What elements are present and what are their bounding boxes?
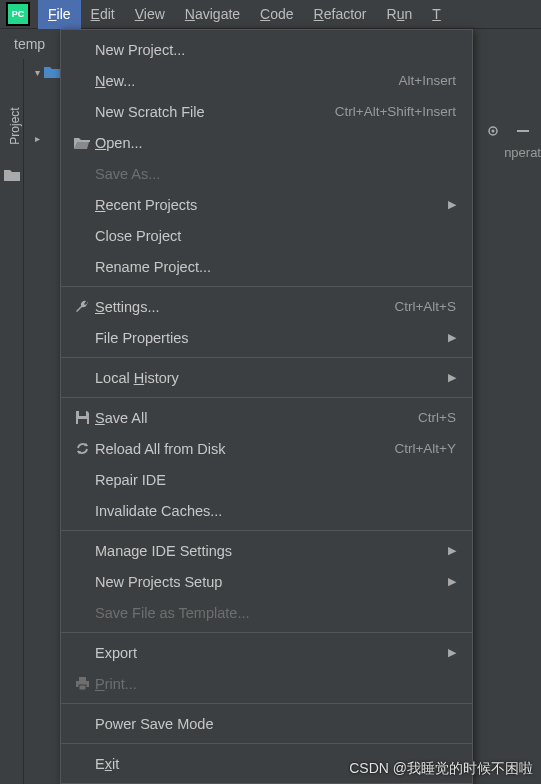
menu-item-export[interactable]: Export▶	[61, 637, 472, 668]
menu-item-repair-ide[interactable]: Repair IDE	[61, 464, 472, 495]
menu-view[interactable]: View	[125, 0, 175, 29]
menu-item-label: Local History	[95, 370, 440, 386]
menu-item-label: Settings...	[95, 299, 394, 315]
chevron-right-icon: ▶	[448, 371, 456, 384]
svg-rect-3	[79, 411, 86, 416]
menu-item-label: Invalidate Caches...	[95, 503, 456, 519]
menu-separator	[61, 632, 472, 633]
chevron-right-icon: ▶	[448, 646, 456, 659]
menu-item-label: New Scratch File	[95, 104, 335, 120]
menu-item-settings[interactable]: Settings...Ctrl+Alt+S	[61, 291, 472, 322]
menu-item-label: New...	[95, 73, 399, 89]
shortcut-label: Ctrl+S	[418, 410, 456, 425]
menu-item-label: Manage IDE Settings	[95, 543, 440, 559]
menu-item-new-scratch-file[interactable]: New Scratch FileCtrl+Alt+Shift+Insert	[61, 96, 472, 127]
menu-separator	[61, 357, 472, 358]
menu-separator	[61, 530, 472, 531]
app-icon: PC	[6, 2, 30, 26]
watermark: CSDN @我睡觉的时候不困啦	[349, 760, 533, 778]
menu-item-local-history[interactable]: Local History▶	[61, 362, 472, 393]
save-icon	[71, 410, 93, 425]
menu-item-invalidate-caches[interactable]: Invalidate Caches...	[61, 495, 472, 526]
chevron-right-icon[interactable]: ▸	[30, 133, 44, 144]
menu-partial[interactable]: T	[422, 0, 451, 29]
svg-rect-7	[79, 685, 86, 690]
menu-item-label: Export	[95, 645, 440, 661]
svg-rect-4	[78, 419, 87, 424]
chevron-right-icon: ▶	[448, 544, 456, 557]
folder-icon	[4, 169, 20, 181]
menu-item-label: File Properties	[95, 330, 440, 346]
menubar: PC File Edit View Navigate Code Refactor…	[0, 0, 541, 29]
svg-point-1	[492, 130, 495, 133]
menu-item-power-save-mode[interactable]: Power Save Mode	[61, 708, 472, 739]
shortcut-label: Ctrl+Alt+Y	[394, 441, 456, 456]
tab-label[interactable]: temp	[14, 36, 45, 52]
menu-item-label: Reload All from Disk	[95, 441, 394, 457]
project-tool-label[interactable]: Project	[8, 101, 22, 151]
svg-rect-2	[517, 130, 529, 132]
menu-item-label: Save File as Template...	[95, 605, 456, 621]
menu-code[interactable]: Code	[250, 0, 303, 29]
menu-edit[interactable]: Edit	[81, 0, 125, 29]
menu-item-label: New Projects Setup	[95, 574, 440, 590]
menu-item-open[interactable]: Open...	[61, 127, 472, 158]
shortcut-label: Ctrl+Alt+Shift+Insert	[335, 104, 456, 119]
menu-item-new-project[interactable]: New Project...	[61, 34, 472, 65]
menu-item-manage-ide-settings[interactable]: Manage IDE Settings▶	[61, 535, 472, 566]
wrench-icon	[71, 299, 93, 315]
text-fragment: nperat	[504, 145, 541, 160]
chevron-right-icon: ▶	[448, 575, 456, 588]
chevron-right-icon: ▶	[448, 198, 456, 211]
menu-item-rename-project[interactable]: Rename Project...	[61, 251, 472, 282]
menu-item-save-as: Save As...	[61, 158, 472, 189]
menu-item-label: Rename Project...	[95, 259, 456, 275]
menu-item-label: Save All	[95, 410, 418, 426]
menu-separator	[61, 286, 472, 287]
menu-separator	[61, 743, 472, 744]
menu-item-save-file-as-template: Save File as Template...	[61, 597, 472, 628]
menu-item-label: Power Save Mode	[95, 716, 456, 732]
menu-item-file-properties[interactable]: File Properties▶	[61, 322, 472, 353]
menu-navigate[interactable]: Navigate	[175, 0, 250, 29]
menu-item-label: New Project...	[95, 42, 456, 58]
shortcut-label: Alt+Insert	[399, 73, 456, 88]
menu-item-reload-all-from-disk[interactable]: Reload All from DiskCtrl+Alt+Y	[61, 433, 472, 464]
menu-run[interactable]: Run	[377, 0, 423, 29]
menu-item-label: Print...	[95, 676, 456, 692]
chevron-right-icon: ▶	[448, 331, 456, 344]
gear-icon[interactable]	[485, 123, 501, 139]
menu-refactor[interactable]: Refactor	[304, 0, 377, 29]
side-rail: Project	[0, 59, 24, 784]
menu-separator	[61, 703, 472, 704]
menu-item-new[interactable]: New...Alt+Insert	[61, 65, 472, 96]
menu-item-label: Open...	[95, 135, 456, 151]
menu-item-save-all[interactable]: Save AllCtrl+S	[61, 402, 472, 433]
folder-open-icon	[71, 136, 93, 150]
menu-file[interactable]: File	[38, 0, 81, 29]
menu-item-recent-projects[interactable]: Recent Projects▶	[61, 189, 472, 220]
menu-item-close-project[interactable]: Close Project	[61, 220, 472, 251]
menu-item-print: Print...	[61, 668, 472, 699]
menu-item-label: Recent Projects	[95, 197, 440, 213]
menu-item-new-projects-setup[interactable]: New Projects Setup▶	[61, 566, 472, 597]
file-menu-dropdown: New Project...New...Alt+InsertNew Scratc…	[60, 29, 473, 784]
folder-icon	[44, 65, 60, 79]
shortcut-label: Ctrl+Alt+S	[394, 299, 456, 314]
minimize-icon[interactable]	[515, 123, 531, 139]
menu-separator	[61, 397, 472, 398]
menu-item-label: Repair IDE	[95, 472, 456, 488]
chevron-down-icon[interactable]: ▾	[30, 67, 44, 78]
menu-item-label: Close Project	[95, 228, 456, 244]
reload-icon	[71, 441, 93, 456]
menu-item-label: Save As...	[95, 166, 456, 182]
print-icon	[71, 677, 93, 691]
svg-rect-5	[79, 677, 86, 681]
toolbar-icons	[485, 123, 531, 139]
